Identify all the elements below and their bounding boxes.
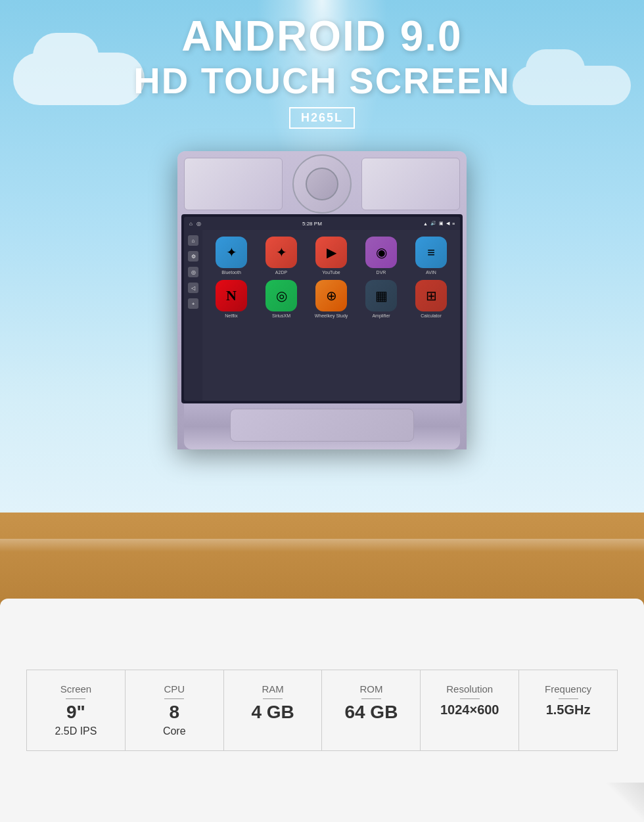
spec-cpu-value: 8	[169, 703, 179, 721]
home-icon[interactable]: ⌂	[189, 221, 193, 227]
app-a2dp-label: A2DP	[275, 270, 287, 275]
vent-center	[292, 154, 352, 214]
spec-cpu: CPU 8 Core	[126, 670, 224, 751]
nav-home-icon[interactable]: ⌂	[188, 235, 198, 246]
spec-screen-subvalue: 2.5D IPS	[55, 725, 97, 737]
app-grid: ✦ Bluetooth ✦ A2DP ▶ YouTube	[202, 230, 460, 401]
bottom-vent	[230, 409, 414, 442]
spec-rom-value: 64 GB	[344, 703, 398, 721]
screen-content: ⌂ ⚙ ◎ ◁ + ✦ Bluetooth	[184, 230, 460, 401]
dvr-icon: ◉	[365, 237, 397, 268]
app-wheelkey[interactable]: ⊕ Wheelkey Study	[309, 280, 354, 318]
vent-center-inner	[306, 168, 338, 200]
app-bluetooth[interactable]: ✦ Bluetooth	[209, 237, 254, 275]
spec-ram-label: RAM	[262, 683, 283, 695]
netflix-icon: N	[216, 280, 247, 311]
bluetooth-icon: ✦	[216, 237, 247, 268]
spec-resolution: Resolution 1024×600	[421, 670, 519, 751]
vent-left	[184, 158, 283, 210]
spec-screen-divider	[66, 698, 85, 700]
spec-grid: Screen 9" 2.5D IPS CPU 8 Core RAM 4 GB R…	[26, 670, 618, 752]
app-youtube[interactable]: ▶ YouTube	[309, 237, 354, 275]
volume-icon: 🔊	[430, 221, 436, 226]
status-bar: ⌂ ◎ 5:28 PM ▲ 🔊 ▣ ◀ ≡	[184, 217, 460, 230]
cast-icon: ▣	[439, 221, 444, 226]
app-netflix-label: Netflix	[225, 313, 237, 318]
status-time: 5:28 PM	[302, 221, 322, 227]
spec-screen: Screen 9" 2.5D IPS	[27, 670, 126, 751]
model-badge: H265L	[289, 107, 355, 129]
app-dvr-label: DVR	[377, 270, 386, 275]
spec-screen-label: Screen	[60, 683, 92, 695]
spec-resolution-label: Resolution	[446, 683, 493, 695]
a2dp-icon: ✦	[265, 237, 297, 268]
app-calculator-label: Calculator	[421, 313, 442, 318]
status-right: ▲ 🔊 ▣ ◀ ≡	[423, 221, 455, 226]
app-amplifier[interactable]: ▦ Amplifier	[359, 280, 403, 318]
app-calculator[interactable]: ⊞ Calculator	[409, 280, 453, 318]
radio-unit: ⌂ ◎ 5:28 PM ▲ 🔊 ▣ ◀ ≡	[177, 151, 467, 449]
dashboard-frame: ⌂ ◎ 5:28 PM ▲ 🔊 ▣ ◀ ≡	[177, 151, 467, 449]
app-youtube-label: YouTube	[322, 270, 340, 275]
app-bluetooth-label: Bluetooth	[221, 270, 241, 275]
spec-ram-value: 4 GB	[251, 703, 294, 721]
avin-icon: ≡	[415, 237, 447, 268]
spec-cpu-divider	[164, 698, 184, 700]
spec-rom: ROM 64 GB	[322, 670, 421, 751]
nav-radio-icon[interactable]: ◎	[188, 267, 198, 277]
title-line1: ANDROID 9.0	[0, 13, 644, 59]
nav-icon[interactable]: ◎	[196, 221, 201, 227]
status-left: ⌂ ◎	[189, 221, 201, 227]
table-surface-reflection	[0, 539, 644, 552]
title-area: ANDROID 9.0 HD TOUCH SCREEN H265L	[0, 13, 644, 129]
wheelkey-icon: ⊕	[315, 280, 347, 311]
android-screen: ⌂ ◎ 5:28 PM ▲ 🔊 ▣ ◀ ≡	[184, 217, 460, 401]
app-row-2: N Netflix ◎ SiriusXM ⊕ Wheelkey Study	[209, 280, 453, 318]
vent-right	[361, 158, 460, 210]
spec-cpu-subvalue: Core	[163, 725, 186, 737]
app-avin[interactable]: ≡ AVIN	[409, 237, 453, 275]
nav-sidebar: ⌂ ⚙ ◎ ◁ +	[184, 230, 202, 401]
app-netflix[interactable]: N Netflix	[209, 280, 254, 318]
spec-resolution-value: 1024×600	[440, 703, 499, 716]
app-siriusxm-label: SiriusXM	[272, 313, 290, 318]
spec-ram-divider	[263, 698, 283, 700]
spec-rom-divider	[361, 698, 381, 700]
back-icon[interactable]: ◀	[446, 221, 449, 226]
screen-bezel: ⌂ ◎ 5:28 PM ▲ 🔊 ▣ ◀ ≡	[181, 214, 463, 403]
top-vents	[184, 158, 460, 210]
app-a2dp[interactable]: ✦ A2DP	[259, 237, 304, 275]
spec-resolution-divider	[460, 698, 480, 700]
nav-back-icon[interactable]: ◁	[188, 283, 198, 293]
app-avin-label: AVIN	[426, 270, 436, 275]
spec-frequency-divider	[559, 698, 578, 700]
amplifier-icon: ▦	[365, 280, 397, 311]
wifi-icon: ▲	[423, 221, 428, 226]
menu-icon[interactable]: ≡	[452, 221, 455, 226]
spec-ram: RAM 4 GB	[224, 670, 323, 751]
nav-settings-icon[interactable]: ⚙	[188, 251, 198, 262]
spec-frequency-value: 1.5GHz	[546, 703, 591, 716]
app-row-1: ✦ Bluetooth ✦ A2DP ▶ YouTube	[209, 237, 453, 275]
app-wheelkey-label: Wheelkey Study	[315, 313, 348, 318]
spec-card: Screen 9" 2.5D IPS CPU 8 Core RAM 4 GB R…	[0, 599, 644, 822]
title-line2: HD TOUCH SCREEN	[0, 59, 644, 102]
app-amplifier-label: Amplifier	[372, 313, 390, 318]
app-dvr[interactable]: ◉ DVR	[359, 237, 403, 275]
app-siriusxm[interactable]: ◎ SiriusXM	[259, 280, 304, 318]
spec-cpu-label: CPU	[164, 683, 185, 695]
siriusxm-icon: ◎	[265, 280, 297, 311]
spec-frequency-label: Frequency	[545, 683, 591, 695]
dashboard-bottom	[184, 403, 460, 449]
calculator-icon: ⊞	[415, 280, 447, 311]
spec-frequency: Frequency 1.5GHz	[519, 670, 617, 751]
spec-rom-label: ROM	[359, 683, 382, 695]
youtube-icon: ▶	[315, 237, 347, 268]
nav-extra-icon[interactable]: +	[188, 298, 198, 309]
spec-screen-value: 9"	[66, 703, 85, 721]
